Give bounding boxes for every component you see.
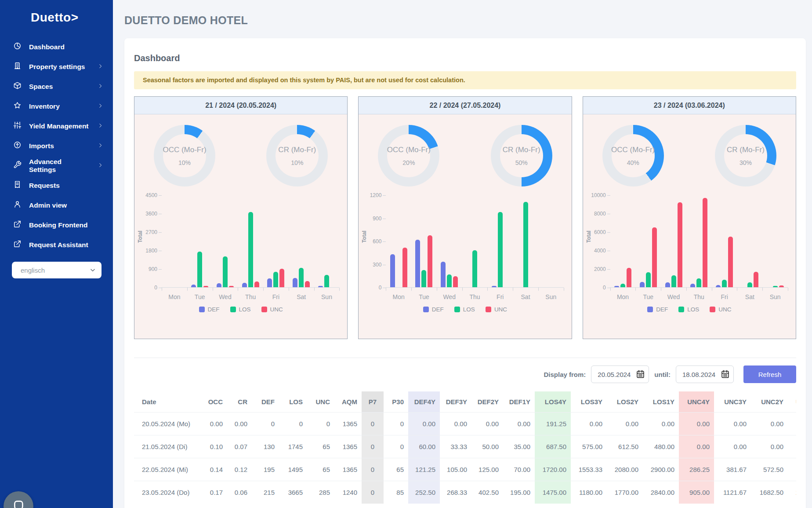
chart-card: 21 / 2024 (20.05.2024)OCC (Mo-Fr)10%CR (… xyxy=(134,96,348,339)
calendar-icon[interactable] xyxy=(636,369,645,380)
cell-occ: 0.17 xyxy=(199,481,227,504)
bar-los xyxy=(472,250,477,287)
column-header-los1y: LOS1Y xyxy=(643,391,679,413)
donut-row: OCC (Mo-Fr)40%CR (Mo-Fr)30% xyxy=(583,125,796,186)
language-select[interactable]: englisch xyxy=(12,262,102,278)
chat-widget-button[interactable] xyxy=(4,491,33,508)
cell-def3y: 105.00 xyxy=(440,458,471,481)
cell-def4y: 60.00 xyxy=(408,435,440,458)
cell-los1y: 2900.00 xyxy=(643,458,679,481)
cell-unc3y: 1121.67 xyxy=(714,481,751,504)
refresh-button[interactable]: Refresh xyxy=(743,365,796,383)
bar-los xyxy=(324,275,329,287)
cell-occ: 0.00 xyxy=(199,413,227,435)
bar-unc xyxy=(305,281,310,287)
bar-los xyxy=(273,272,278,287)
cell-unc4y: 286.25 xyxy=(679,458,714,481)
x-tick-label: Thu xyxy=(686,293,712,300)
cell-occ: 0.10 xyxy=(199,435,227,458)
external-link-icon xyxy=(13,220,22,230)
sidebar-item-inventory[interactable]: Inventory xyxy=(0,96,113,116)
bar-def xyxy=(318,286,323,287)
sidebar-item-property-settings[interactable]: Property settings xyxy=(0,57,113,77)
x-tick-label: Sun xyxy=(314,293,340,300)
cell-def: 195 xyxy=(252,458,279,481)
seasonal-factors-banner: Seasonal factors are imported and displa… xyxy=(134,71,796,89)
calendar-icon[interactable] xyxy=(721,369,730,380)
sidebar: Duetto> DashboardProperty settingsSpaces… xyxy=(0,0,113,508)
cell-occ: 0.14 xyxy=(199,458,227,481)
x-tick-label: Thu xyxy=(462,293,488,300)
until-date-wrap xyxy=(676,365,734,383)
sidebar-item-yield-management[interactable]: Yield Management xyxy=(0,116,113,136)
chart-legend: DEFLOSUNC xyxy=(583,306,796,313)
y-tick-label: 0 xyxy=(362,285,381,291)
legend-item-def: DEF xyxy=(199,306,220,313)
y-tick-label: 3600 xyxy=(138,211,157,217)
sidebar-item-dashboard[interactable]: Dashboard xyxy=(0,37,113,57)
cell-los: 3665 xyxy=(279,481,307,504)
bar-group xyxy=(686,195,712,287)
sidebar-item-label: Imports xyxy=(29,142,54,150)
sidebar-item-advanced-settings[interactable]: Advanced Settings xyxy=(0,156,113,175)
cell-p7: 0 xyxy=(362,458,384,481)
sidebar-item-admin-view[interactable]: Admin view xyxy=(0,195,113,215)
table-header-row: DateOCCCRDEFLOSUNCAQMP7P30DEF4YDEF3YDEF2… xyxy=(134,391,796,413)
cell-def1y: 0.00 xyxy=(503,413,535,435)
cell-los4y: 687.50 xyxy=(535,435,571,458)
cell-unc2y: 1682.50 xyxy=(751,481,788,504)
bar-group xyxy=(538,195,564,287)
bar-unc xyxy=(402,248,407,287)
column-header-def3y: DEF3Y xyxy=(440,391,471,413)
bar-group xyxy=(386,195,411,287)
cell-los: 1495 xyxy=(279,458,307,481)
bar-group xyxy=(411,195,437,287)
bar-los xyxy=(421,270,426,287)
cell-def3y: 268.33 xyxy=(440,481,471,504)
x-tick-label: Wed xyxy=(661,293,686,300)
cell-los4y: 191.25 xyxy=(535,413,571,435)
donut-chart: CR (Mo-Fr)30% xyxy=(715,125,776,186)
cell-unc2y: 572.50 xyxy=(751,458,788,481)
bar-los xyxy=(523,202,528,287)
bar-group xyxy=(661,195,686,287)
y-tick-label: 8000 xyxy=(587,211,606,217)
legend-swatch xyxy=(230,307,236,312)
cell-p30: 0 xyxy=(384,413,408,435)
bar-unc xyxy=(652,227,657,288)
donut-chart: OCC (Mo-Fr)20% xyxy=(378,125,439,186)
cell-def2y: 125.00 xyxy=(471,458,503,481)
x-tick-label: Thu xyxy=(238,293,263,300)
legend-item-def: DEF xyxy=(423,306,444,313)
sidebar-item-request-assistant[interactable]: Request Assistant xyxy=(0,235,113,255)
bar-los xyxy=(747,282,752,287)
bar-los xyxy=(498,212,503,287)
dashboard-icon xyxy=(13,42,22,52)
bar-group xyxy=(487,195,513,287)
sidebar-item-requests[interactable]: Requests xyxy=(0,175,113,195)
document-icon xyxy=(13,180,22,190)
cell-los1y: 0.00 xyxy=(643,413,679,435)
donut-label: CR (Mo-Fr) xyxy=(503,146,540,154)
cell-p7: 0 xyxy=(362,413,384,435)
cell-date: 22.05.2024 (Mi) xyxy=(134,458,199,481)
bar-group xyxy=(263,195,289,287)
cell-def2y: 402.50 xyxy=(471,481,503,504)
legend-item-los: LOS xyxy=(678,306,699,313)
bar-unc xyxy=(703,198,707,287)
cell-date: 21.05.2024 (Di) xyxy=(134,435,199,458)
bar-unc xyxy=(678,202,682,287)
bar-def xyxy=(390,254,395,287)
sidebar-item-label: Request Assistant xyxy=(29,241,88,249)
sidebar-item-label: Admin view xyxy=(29,201,67,209)
panel-heading: Dashboard xyxy=(134,53,796,63)
sidebar-item-booking-frontend[interactable]: Booking Frontend xyxy=(0,215,113,235)
sidebar-item-imports[interactable]: Imports xyxy=(0,136,113,156)
cell-unc1y: 2 xyxy=(788,481,796,504)
chart-card-title: 22 / 2024 (27.05.2024) xyxy=(359,97,571,114)
bar-unc xyxy=(754,272,758,287)
column-header-unc1y: UNC1Y xyxy=(788,391,796,413)
donut-chart: CR (Mo-Fr)10% xyxy=(266,125,328,186)
cell-def: 130 xyxy=(252,435,279,458)
sidebar-item-spaces[interactable]: Spaces xyxy=(0,77,113,96)
